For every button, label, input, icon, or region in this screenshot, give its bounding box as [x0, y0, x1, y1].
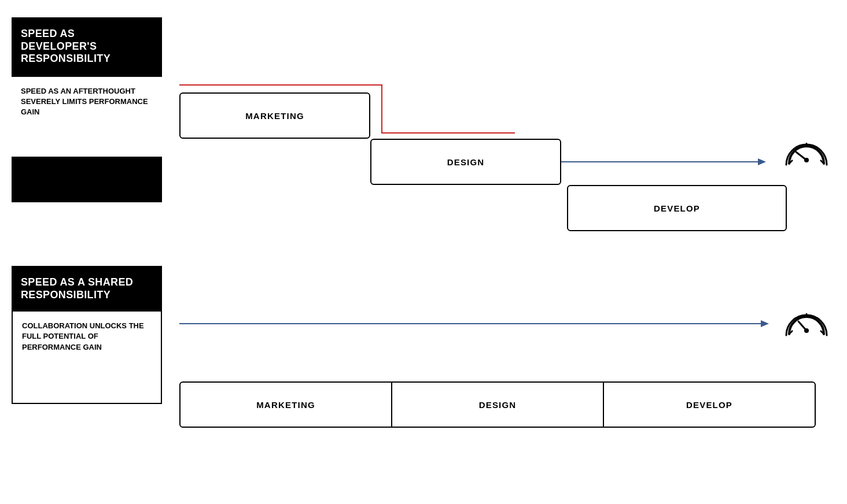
top-design-box: DESIGN [370, 139, 561, 185]
blue-arrowhead-top [758, 158, 766, 165]
top-card-body-text: SPEED AS AN AFTERTHOUGHT SEVERELY LIMITS… [21, 86, 153, 118]
bottom-marketing-box: MARKETING [179, 381, 392, 428]
top-card-header-text: SPEED AS DEVELOPER'S RESPONSIBILITY [21, 28, 111, 64]
bottom-card-header-text: SPEED AS A SHARED RESPONSIBILITY [21, 276, 133, 301]
svg-point-4 [804, 158, 809, 162]
bottom-design-box: DESIGN [392, 381, 604, 428]
bottom-develop-label: DEVELOP [686, 400, 732, 410]
speedometer-top [783, 130, 830, 176]
bottom-card-body-text: COLLABORATION UNLOCKS THE FULL POTENTIAL… [22, 321, 152, 353]
main-container: SPEED AS DEVELOPER'S RESPONSIBILITY SPEE… [0, 0, 847, 504]
bottom-develop-box: DEVELOP [604, 381, 816, 428]
speedometer-bottom [783, 301, 830, 347]
bottom-marketing-label: MARKETING [256, 400, 315, 410]
top-card-header: SPEED AS DEVELOPER'S RESPONSIBILITY [12, 17, 162, 76]
top-marketing-label: MARKETING [245, 111, 304, 121]
top-design-label: DESIGN [447, 157, 485, 167]
top-develop-label: DEVELOP [654, 203, 700, 213]
bottom-boxes-row: MARKETING DESIGN DEVELOP [179, 381, 816, 428]
bottom-design-label: DESIGN [479, 400, 517, 410]
top-card-body: SPEED AS AN AFTERTHOUGHT SEVERELY LIMITS… [12, 76, 162, 157]
bottom-card: SPEED AS A SHARED RESPONSIBILITY COLLABO… [12, 266, 162, 451]
top-section: SPEED AS DEVELOPER'S RESPONSIBILITY SPEE… [12, 17, 835, 237]
top-develop-box: DEVELOP [567, 185, 787, 231]
bottom-card-body: COLLABORATION UNLOCKS THE FULL POTENTIAL… [12, 312, 162, 404]
svg-point-9 [804, 328, 809, 333]
bottom-section: SPEED AS A SHARED RESPONSIBILITY COLLABO… [12, 266, 835, 486]
bottom-card-header: SPEED AS A SHARED RESPONSIBILITY [12, 266, 162, 312]
blue-arrowhead-bottom [761, 320, 769, 327]
top-card: SPEED AS DEVELOPER'S RESPONSIBILITY SPEE… [12, 17, 162, 202]
top-marketing-box: MARKETING [179, 92, 370, 139]
